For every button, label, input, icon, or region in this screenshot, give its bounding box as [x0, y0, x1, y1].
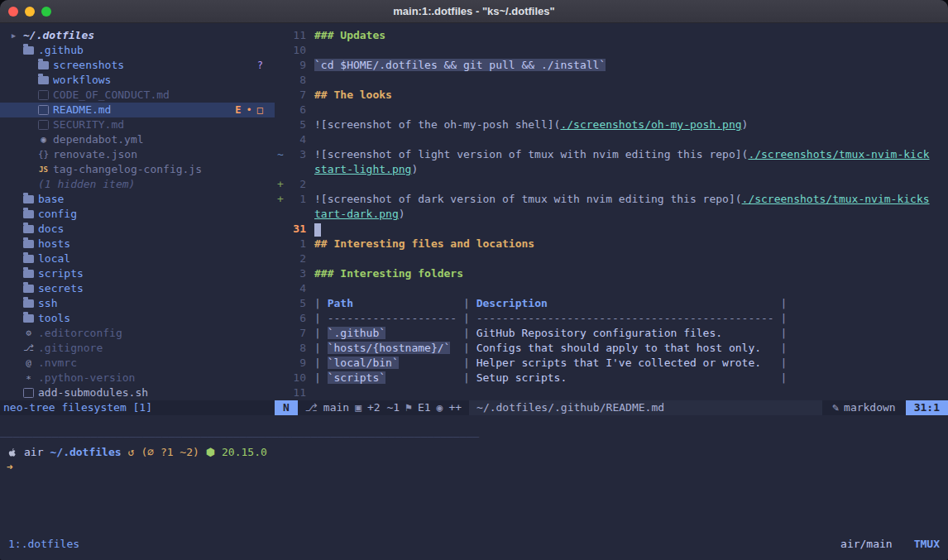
tree-item-label: tools — [38, 311, 70, 326]
tree-item-label: scripts — [38, 266, 84, 281]
tree-item-1-hidden-item[interactable]: (1 hidden item) — [0, 177, 275, 192]
tree-item-add-submodules-sh[interactable]: add-submodules.sh — [0, 385, 275, 400]
line-number: 3 — [286, 266, 306, 281]
folder-icon — [23, 255, 34, 263]
tree-item-dependabot-yml[interactable]: ◉dependabot.yml — [0, 132, 275, 147]
tree-item-label: hosts — [38, 237, 70, 251]
untracked-badge: ? — [257, 58, 263, 73]
line-text: ## The looks — [314, 88, 392, 103]
code-segment: ### Interesting folders — [314, 267, 463, 280]
tree-item-code-of-conduct-md[interactable]: CODE_OF_CONDUCT.md — [0, 88, 275, 103]
editor-line-19[interactable]: 6| -------------------- | --------------… — [275, 311, 948, 326]
editor-line-0[interactable]: 11### Updates — [275, 28, 948, 43]
shell-input-line[interactable]: ➜ — [0, 460, 948, 475]
tree-item-ssh[interactable]: ssh — [0, 296, 275, 311]
editor-line-13[interactable]: 31 — [275, 222, 948, 237]
tree-item-gitignore[interactable]: ⎇.gitignore — [0, 341, 275, 356]
code-segment: GitHub Repository configuration files. — [476, 327, 722, 339]
tree-item-hosts[interactable]: hosts — [0, 237, 275, 251]
tree-item-docs[interactable]: docs — [0, 222, 275, 237]
terminal-content: ▸~/.dotfiles.githubscreenshots?workflows… — [0, 23, 948, 560]
editor-buffer[interactable]: 11### Updates109`cd $HOME/.dotfiles && g… — [275, 28, 948, 400]
line-text: start-light.png) — [314, 162, 418, 177]
editor-line-2[interactable]: 9`cd $HOME/.dotfiles && git pull && ./in… — [275, 58, 948, 73]
editor-line-15[interactable]: 2 — [275, 251, 948, 266]
tree-item-scripts[interactable]: scripts — [0, 266, 275, 281]
editor-line-21[interactable]: 8| `hosts/{hostname}/` | Configs that sh… — [275, 341, 948, 356]
js-icon: JS — [38, 162, 49, 177]
editor-line-8[interactable]: ~3![screenshot of light version of tmux … — [275, 147, 948, 162]
line-text: tart-dark.png) — [314, 207, 405, 222]
line-number: 9 — [286, 356, 306, 371]
tree-item-tag-changelog-config-js[interactable]: JStag-changelog-config.js — [0, 162, 275, 177]
code-segment: ![screenshot of the oh-my-posh shell]( — [314, 118, 560, 131]
tree-item-label: config — [38, 207, 77, 222]
tree-item-label: tag-changelog-config.js — [53, 162, 202, 177]
editor-line-20[interactable]: 7| `.github` | GitHub Repository configu… — [275, 326, 948, 341]
tree-item-editorconfig[interactable]: ⚙.editorconfig — [0, 326, 275, 341]
folder-icon — [23, 195, 34, 203]
code-segment: `.github` — [328, 327, 385, 339]
tree-item-nvmrc[interactable]: @.nvmrc — [0, 356, 275, 371]
editor-line-10[interactable]: +2 — [275, 177, 948, 192]
tree-item-screenshots[interactable]: screenshots? — [0, 58, 275, 73]
gutter-sign: + — [275, 177, 286, 192]
folder-icon — [23, 270, 34, 278]
tree-item-dotfiles[interactable]: ▸~/.dotfiles — [0, 28, 275, 43]
tmux-window-tab[interactable]: 1:.dotfiles — [8, 537, 79, 552]
tree-item-renovate-json[interactable]: {}renovate.json — [0, 147, 275, 162]
tree-item-label: SECURITY.md — [53, 117, 124, 132]
editor-line-6[interactable]: 5![screenshot of the oh-my-posh shell](.… — [275, 117, 948, 132]
cwd-path: ~/.dotfiles — [50, 445, 121, 460]
shell-pane[interactable]: ────────────────────────────────────────… — [0, 430, 948, 475]
editor-line-17[interactable]: 4 — [275, 281, 948, 296]
line-number: 11 — [286, 385, 306, 400]
editor-line-18[interactable]: 5| Path | Description | — [275, 296, 948, 311]
line-number: 11 — [286, 28, 306, 43]
tree-item-label: ssh — [38, 296, 57, 311]
tree-item-config[interactable]: config — [0, 207, 275, 222]
line-text: ![screenshot of light version of tmux wi… — [314, 147, 930, 162]
tree-item-security-md[interactable]: SECURITY.md — [0, 117, 275, 132]
code-segment: | — [314, 357, 328, 369]
star-icon: ∗ — [23, 371, 34, 385]
line-number: 31 — [286, 222, 306, 237]
tree-item-local[interactable]: local — [0, 251, 275, 266]
tree-item-tools[interactable]: tools — [0, 311, 275, 326]
tree-item-label: README.md — [53, 103, 111, 117]
tree-item-base[interactable]: base — [0, 192, 275, 207]
git-branch-name: main — [323, 400, 349, 415]
code-segment: | — [761, 342, 787, 354]
code-segment: Path — [328, 297, 353, 309]
code-segment: `scripts` — [328, 371, 385, 384]
editor-line-22[interactable]: 9| `local/bin` | Helper scripts that I'v… — [275, 356, 948, 371]
tree-item-label: add-submodules.sh — [38, 385, 148, 400]
editor-line-24[interactable]: 11 — [275, 385, 948, 400]
editor-line-11[interactable]: +1![screenshot of dark version of tmux w… — [275, 192, 948, 207]
editor-line-4[interactable]: 7## The looks — [275, 88, 948, 103]
editor-line-23[interactable]: 10| `scripts` | Setup scripts. | — [275, 371, 948, 385]
tree-item-python-version[interactable]: ∗.python-version — [0, 371, 275, 385]
tree-item-label: secrets — [38, 281, 84, 296]
file-icon — [23, 388, 34, 398]
code-segment: Description — [476, 297, 548, 309]
tree-item-label: .editorconfig — [38, 326, 122, 341]
code-segment: Setup scripts. — [476, 371, 567, 384]
tree-item-secrets[interactable]: secrets — [0, 281, 275, 296]
editor-line-12[interactable]: tart-dark.png) — [275, 207, 948, 222]
editor-line-7[interactable]: 4 — [275, 132, 948, 147]
neo-tree-panel[interactable]: ▸~/.dotfiles.githubscreenshots?workflows… — [0, 23, 275, 400]
editor-line-9[interactable]: start-light.png) — [275, 162, 948, 177]
tree-item-workflows[interactable]: workflows — [0, 73, 275, 88]
tree-item-github[interactable]: .github — [0, 43, 275, 58]
editor-line-16[interactable]: 3### Interesting folders — [275, 266, 948, 281]
tree-item-readme-md[interactable]: README.mdE•□ — [0, 103, 275, 117]
editor-line-3[interactable]: 8 — [275, 73, 948, 88]
line-number: 5 — [286, 117, 306, 132]
editor-line-1[interactable]: 10 — [275, 43, 948, 58]
editor-line-5[interactable]: 6 — [275, 103, 948, 117]
tree-item-label: .github — [38, 43, 84, 58]
tree-item-label: dependabot.yml — [53, 132, 144, 147]
editor-line-14[interactable]: 1## Interesting files and locations — [275, 237, 948, 251]
tmux-status-bar: 1:.dotfiles air/main TMUX — [0, 529, 948, 560]
